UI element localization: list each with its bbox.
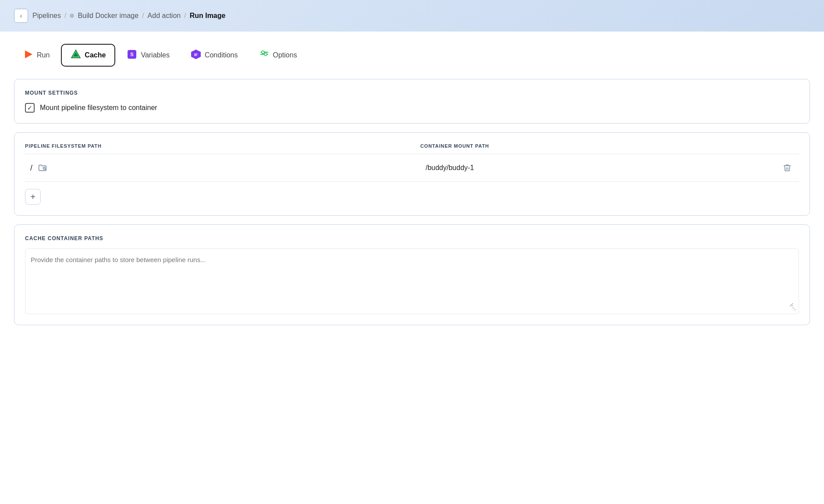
checkmark-icon: ✓ <box>27 104 32 111</box>
cache-paths-wrapper: ⤡ <box>25 248 799 314</box>
svg-point-9 <box>262 51 264 53</box>
svg-line-12 <box>45 169 46 170</box>
build-docker-dot <box>70 14 74 18</box>
svg-text:IF: IF <box>194 53 198 57</box>
options-icon <box>259 49 270 61</box>
svg-text:S: S <box>131 52 134 57</box>
mount-checkbox[interactable]: ✓ <box>25 103 35 113</box>
back-button[interactable]: ‹ <box>14 9 28 23</box>
tab-run[interactable]: Run <box>14 44 59 66</box>
container-path-value[interactable]: /buddy/buddy-1 <box>426 164 474 171</box>
col-pipeline-path-header: PIPELINE FILESYSTEM PATH <box>25 143 420 154</box>
folder-browse-button[interactable] <box>36 161 49 174</box>
mount-checkbox-label: Mount pipeline filesystem to container <box>40 104 157 112</box>
cache-paths-card: CACHE CONTAINER PATHS ⤡ <box>14 224 810 325</box>
container-path-cell: /buddy/buddy-1 <box>420 154 775 182</box>
resize-handle-icon: ⤡ <box>792 305 797 312</box>
tab-bar: Run Cache S Variables <box>14 44 810 67</box>
tab-cache-label: Cache <box>85 51 106 59</box>
paths-table: PIPELINE FILESYSTEM PATH CONTAINER MOUNT… <box>25 143 799 182</box>
breadcrumb-add-action[interactable]: Add action <box>148 12 181 20</box>
pipeline-path-cell: / <box>25 154 420 182</box>
breadcrumb-sep-3: / <box>184 12 186 20</box>
mount-checkbox-row: ✓ Mount pipeline filesystem to container <box>25 103 799 113</box>
tab-variables[interactable]: S Variables <box>117 44 179 67</box>
breadcrumb-pipelines[interactable]: Pipelines <box>32 12 61 20</box>
delete-cell <box>775 154 799 182</box>
tab-cache[interactable]: Cache <box>61 44 115 67</box>
pipeline-path-value[interactable]: / <box>30 163 32 173</box>
breadcrumb: Pipelines / Build Docker image / Add act… <box>32 12 225 20</box>
cache-paths-textarea[interactable] <box>31 254 793 307</box>
cache-icon <box>71 49 81 61</box>
conditions-icon: IF <box>191 49 201 61</box>
variables-icon: S <box>127 49 137 61</box>
add-path-button[interactable]: + <box>25 189 41 205</box>
tab-conditions[interactable]: IF Conditions <box>181 44 248 67</box>
tab-run-label: Run <box>37 51 50 59</box>
breadcrumb-run-image: Run Image <box>190 12 226 20</box>
tab-variables-label: Variables <box>141 51 170 59</box>
filesystem-paths-card: PIPELINE FILESYSTEM PATH CONTAINER MOUNT… <box>14 132 810 216</box>
tab-conditions-label: Conditions <box>205 51 238 59</box>
svg-point-10 <box>264 53 267 56</box>
tab-options-label: Options <box>273 51 297 59</box>
cache-paths-title: CACHE CONTAINER PATHS <box>25 235 799 241</box>
tab-options[interactable]: Options <box>249 44 307 67</box>
breadcrumb-sep-2: / <box>142 12 144 20</box>
svg-marker-0 <box>25 50 32 58</box>
header: ‹ Pipelines / Build Docker image / Add a… <box>0 0 824 32</box>
table-row: / /buddy/buddy-1 <box>25 154 799 182</box>
col-container-path-header: CONTAINER MOUNT PATH <box>420 143 775 154</box>
mount-settings-card: MOUNT SETTINGS ✓ Mount pipeline filesyst… <box>14 79 810 124</box>
run-icon <box>24 50 33 61</box>
main-content: Run Cache S Variables <box>0 32 824 504</box>
breadcrumb-sep-1: / <box>64 12 66 20</box>
delete-row-button[interactable] <box>781 161 794 174</box>
mount-settings-title: MOUNT SETTINGS <box>25 90 799 96</box>
breadcrumb-build-docker[interactable]: Build Docker image <box>78 12 139 20</box>
